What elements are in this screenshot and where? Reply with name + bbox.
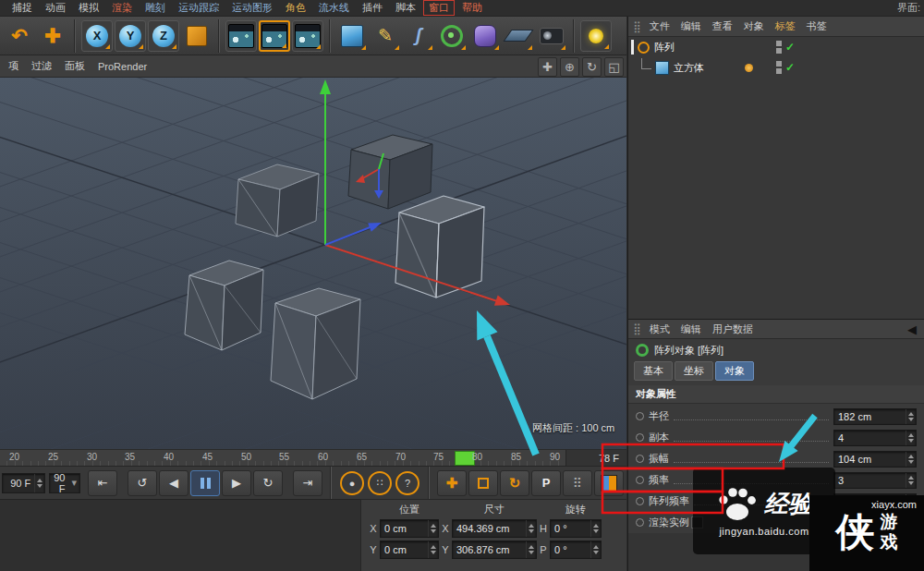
keyframe-ring-icon[interactable] xyxy=(636,412,644,420)
play-button[interactable]: ▶ xyxy=(222,470,251,496)
om-menu-objects[interactable]: 对象 xyxy=(738,19,770,33)
panel-grid-icon[interactable]: ⣿ xyxy=(633,322,641,335)
menu-help[interactable]: 帮助 xyxy=(456,1,489,15)
tab-basic[interactable]: 基本 xyxy=(634,361,673,381)
enabled-check-icon[interactable]: ✓ xyxy=(785,41,795,54)
lock-x-axis-button[interactable]: X xyxy=(81,20,113,52)
menu-character[interactable]: 角色 xyxy=(279,1,312,15)
om-menu-edit[interactable]: 编辑 xyxy=(675,19,707,33)
om-menu-view[interactable]: 查看 xyxy=(707,19,738,33)
panel-grid-icon[interactable]: ⣿ xyxy=(633,20,641,33)
viewport-menu-filter[interactable]: 过滤 xyxy=(25,59,58,73)
am-menu-userdata[interactable]: 用户数据 xyxy=(707,322,759,336)
render-settings-button[interactable] xyxy=(292,20,323,52)
visibility-dots[interactable] xyxy=(776,61,782,74)
keyframe-ring-icon[interactable] xyxy=(636,476,644,484)
om-menu-file[interactable]: 文件 xyxy=(644,19,675,33)
keyframe-ring-icon[interactable] xyxy=(636,433,644,442)
viewport-rotate-icon[interactable]: ↻ xyxy=(582,57,602,77)
range-start-field[interactable]: 90 F xyxy=(2,473,45,493)
keyframe-options-button[interactable]: ? xyxy=(395,471,419,495)
interface-selector[interactable]: 界面: xyxy=(897,1,920,15)
autokey-button[interactable]: ∷ xyxy=(368,471,392,495)
om-menu-tags[interactable]: 标签 xyxy=(770,19,801,33)
enabled-check-icon[interactable]: ✓ xyxy=(785,61,795,74)
object-row-array[interactable]: 阵列 ✓ xyxy=(628,37,924,57)
tab-coordinates[interactable]: 坐标 xyxy=(675,361,713,381)
keying-grid-button[interactable]: ⠿ xyxy=(563,470,592,496)
record-keyframe-button[interactable]: ● xyxy=(340,471,364,495)
am-menu-mode[interactable]: 模式 xyxy=(644,322,675,336)
deformer-button[interactable]: ʃ xyxy=(403,20,434,52)
menu-plugins[interactable]: 插件 xyxy=(356,1,389,15)
om-menu-bookmarks[interactable]: 书签 xyxy=(801,19,833,33)
cube-4[interactable] xyxy=(185,261,263,350)
menu-animation[interactable]: 动画 xyxy=(39,1,72,15)
viewport-zoom-icon[interactable]: ⊕ xyxy=(560,57,579,77)
amplitude-field[interactable]: 104 cm xyxy=(833,451,917,468)
visibility-dots[interactable] xyxy=(776,41,782,54)
menu-snap[interactable]: 捕捉 xyxy=(6,1,39,15)
primitive-cube-button[interactable] xyxy=(336,20,368,52)
size-y-field[interactable]: 306.876 cm xyxy=(452,541,537,559)
goto-end-button[interactable]: ⇥ xyxy=(293,470,322,496)
object-row-cube[interactable]: 立方体 ✓ xyxy=(628,57,924,78)
panel-collapse-icon[interactable]: ◀ xyxy=(907,322,917,336)
parameter-button[interactable]: P xyxy=(531,470,561,496)
camera-button[interactable] xyxy=(536,20,567,52)
menu-window[interactable]: 窗口 xyxy=(423,0,455,16)
menu-script[interactable]: 脚本 xyxy=(389,1,422,15)
position-y-field[interactable]: 0 cm xyxy=(380,541,439,559)
goto-start-button[interactable]: ⇤ xyxy=(88,470,117,496)
tab-object[interactable]: 对象 xyxy=(715,361,754,381)
radius-field[interactable]: 182 cm xyxy=(833,408,917,425)
play-reverse-button[interactable]: ↺ xyxy=(128,470,157,496)
floor-button[interactable] xyxy=(503,20,534,52)
lock-z-axis-button[interactable]: Z xyxy=(148,20,179,52)
anim-scale-button[interactable] xyxy=(468,470,498,496)
move-tool-button[interactable]: ✚ xyxy=(37,20,68,52)
current-frame-field[interactable]: 78 F xyxy=(565,450,626,467)
menu-pipeline[interactable]: 流水线 xyxy=(312,1,356,15)
position-x-field[interactable]: 0 cm xyxy=(380,519,439,538)
menu-mograph[interactable]: 运动图形 xyxy=(225,1,279,15)
render-view-button[interactable] xyxy=(225,20,257,52)
light-button[interactable] xyxy=(580,20,612,52)
subdivision-surface-button[interactable] xyxy=(469,20,501,52)
spline-pen-button[interactable]: ✎ xyxy=(370,20,401,52)
anim-rotate-button[interactable]: ↻ xyxy=(500,470,529,496)
viewport-canvas[interactable]: 网格间距 : 100 cm xyxy=(0,78,626,449)
menu-motion-tracking[interactable]: 运动跟踪 xyxy=(172,1,225,15)
frequency-field[interactable]: 3 xyxy=(833,472,917,489)
step-back-button[interactable]: ◀ xyxy=(159,470,188,496)
cube-5[interactable] xyxy=(271,288,360,399)
texture-tag-icon[interactable] xyxy=(745,64,753,72)
anim-move-button[interactable]: ✚ xyxy=(437,470,467,496)
viewport-menu-panel[interactable]: 面板 xyxy=(58,59,91,73)
object-properties-header[interactable]: 对象属性 xyxy=(628,385,924,404)
size-x-field[interactable]: 494.369 cm xyxy=(452,519,537,538)
pause-button[interactable] xyxy=(190,470,220,496)
array-generator-button[interactable] xyxy=(436,20,468,52)
timeline-ruler[interactable]: 20 25 30 35 40 45 50 55 60 65 70 75 80 8… xyxy=(0,449,626,466)
keyframe-ring-icon[interactable] xyxy=(636,518,644,527)
render-picture-viewer-button[interactable] xyxy=(259,20,290,52)
viewport-menu-prorender[interactable]: ProRender xyxy=(91,61,153,72)
undo-button[interactable]: ↶ xyxy=(4,20,35,52)
am-menu-edit[interactable]: 编辑 xyxy=(675,322,707,336)
keyframe-ring-icon[interactable] xyxy=(636,497,644,505)
menu-simulate[interactable]: 模拟 xyxy=(72,1,105,15)
loop-button[interactable]: ↻ xyxy=(253,470,283,496)
menu-render[interactable]: 渲染 xyxy=(105,1,139,15)
copies-field[interactable]: 4 xyxy=(833,430,917,446)
coordinate-system-button[interactable] xyxy=(181,20,213,52)
layout-grid-button[interactable] xyxy=(594,470,624,496)
lock-y-axis-button[interactable]: Y xyxy=(115,20,146,52)
keyframe-ring-icon[interactable] xyxy=(636,455,644,463)
viewport-menu-options[interactable]: 项 xyxy=(2,59,25,73)
menu-sculpt[interactable]: 雕刻 xyxy=(139,1,172,15)
viewport-pan-icon[interactable]: ✚ xyxy=(538,57,557,77)
viewport-maximize-icon[interactable]: ◱ xyxy=(604,57,624,77)
range-end-field[interactable]: 90 F ▾ xyxy=(49,473,80,493)
rotation-p-field[interactable]: 0 ° xyxy=(550,541,602,559)
